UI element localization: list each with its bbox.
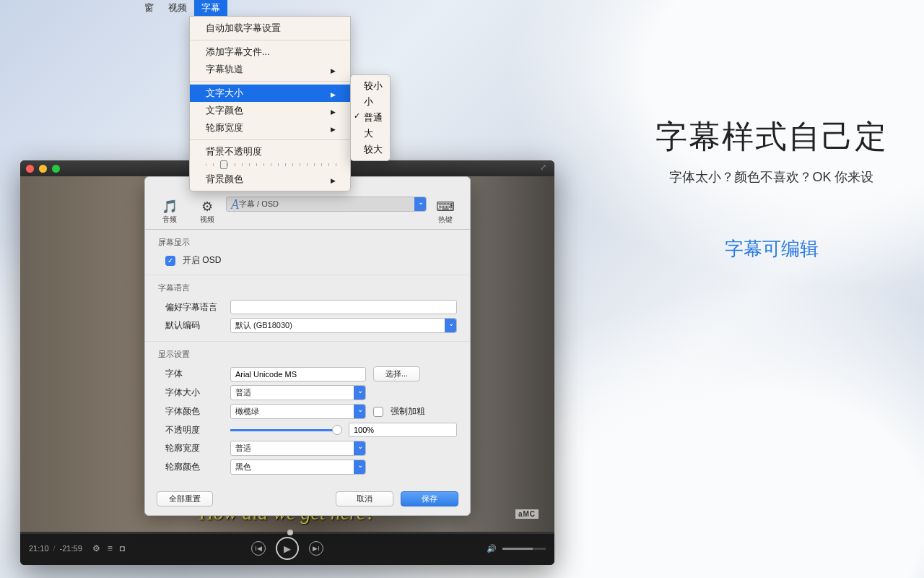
menu-bg-opacity-label: 背景不透明度 [190,143,350,160]
menubar-item-subtitle[interactable]: 字幕 [194,0,227,16]
chevron-right-icon [331,105,336,116]
font-icon: A [231,197,239,212]
tab-hotkey[interactable]: ⌨热键 [427,197,464,226]
pref-lang-label: 偏好字幕语言 [165,301,223,314]
outline-color-label: 轮廓颜色 [165,461,223,473]
reset-button[interactable]: 全部重置 [157,491,213,506]
progress-thumb[interactable] [287,530,293,535]
prev-button[interactable]: I◀ [251,541,266,556]
font-label: 字体 [165,368,223,380]
section-lang: 字幕语言 [145,275,470,296]
outline-width-label: 轮廓宽度 [165,442,223,454]
menu-bg-color[interactable]: 背景颜色 [190,171,350,188]
size-option-m[interactable]: 普通 [351,110,390,126]
size-option-xl[interactable]: 较大 [351,142,390,158]
menu-auto-load[interactable]: 自动加载字幕设置 [190,20,350,37]
volume-icon[interactable]: 🔊 [487,544,497,553]
enable-osd-checkbox[interactable]: ✓ [165,256,175,266]
next-button[interactable]: ▶I [309,541,323,556]
size-option-l[interactable]: 大 [351,126,390,142]
section-screen: 屏幕显示 [145,230,470,251]
chevron-right-icon [331,64,336,75]
font-input[interactable] [230,367,366,381]
volume-slider[interactable] [502,548,546,550]
promo-block: 字幕样式自己定 字体太小？颜色不喜欢？OK 你来设 字幕可编辑 [655,116,888,262]
chevron-right-icon [331,174,336,185]
font-size-select[interactable]: 普适 [230,385,366,400]
snapshot-icon[interactable]: ◘ [120,543,125,553]
video-icon: ⚙ [188,199,226,215]
outline-color-select[interactable]: 黑色 [230,460,366,475]
opacity-label: 不透明度 [165,424,223,436]
subtitle-menu: 自动加载字幕设置 添加字幕文件... 字幕轨道 文字大小 文字颜色 轮廓宽度 背… [189,16,351,191]
font-color-label: 字体颜色 [165,405,223,418]
force-bold-label: 强制加粗 [391,405,425,418]
menu-add-file[interactable]: 添加字幕文件... [190,43,350,61]
time-remaining: -21:59 [60,544,82,553]
gear-icon[interactable]: ⚙ [92,543,100,553]
enable-osd-label: 开启 OSD [183,254,221,267]
cancel-button[interactable]: 取消 [336,491,393,506]
progress-bar[interactable] [20,532,554,534]
choose-font-button[interactable]: 选择... [373,366,420,381]
prefs-toolbar: 🎵音频 ⚙视频 A字幕 / OSD ⌨热键 [145,195,470,230]
menu-bg-opacity-slider[interactable] [190,160,350,171]
menubar-item-video[interactable]: 视频 [161,0,194,16]
section-display: 显示设置 [145,342,470,363]
tab-audio[interactable]: 🎵音频 [151,197,188,226]
player-controls: 21:10 / -21:59 ⚙ ≡ ◘ I◀ ▶ ▶I 🔊 [20,532,554,565]
tab-video[interactable]: ⚙视频 [188,197,226,226]
audio-icon: 🎵 [151,199,188,215]
text-size-submenu: 较小 小 普通 大 较大 [350,74,391,161]
encoding-label: 默认编码 [165,319,223,332]
expand-icon[interactable]: ⤢ [540,163,550,173]
size-option-xs[interactable]: 较小 [351,78,390,94]
list-icon[interactable]: ≡ [108,543,113,553]
opacity-slider[interactable] [230,429,337,431]
font-size-label: 字体大小 [165,387,223,399]
chevron-right-icon [331,88,336,99]
chevron-right-icon [331,123,336,134]
outline-width-select[interactable]: 普适 [230,441,366,456]
play-button[interactable]: ▶ [276,537,299,560]
menubar-prefix[interactable]: 窗 [144,0,161,16]
save-button[interactable]: 保存 [401,491,458,506]
opacity-value[interactable] [349,423,457,437]
menu-track[interactable]: 字幕轨道 [190,61,350,78]
channel-watermark: aMC [515,509,539,519]
promo-sub: 字体太小？颜色不喜欢？OK 你来设 [655,168,888,186]
promo-heading: 字幕样式自己定 [655,116,888,158]
menubar: 窗 视频 字幕 [144,0,227,16]
font-color-select[interactable]: 橄榄绿 [230,404,366,419]
promo-link[interactable]: 字幕可编辑 [655,236,888,262]
menu-text-color[interactable]: 文字颜色 [190,102,350,119]
menu-outline-width[interactable]: 轮廓宽度 [190,119,350,137]
encoding-select[interactable]: 默认 (GB18030) [230,318,457,333]
size-option-s[interactable]: 小 [351,94,390,110]
pref-lang-input[interactable] [230,300,457,314]
preferences-sheet: 参数设置 🎵音频 ⚙视频 A字幕 / OSD ⌨热键 屏幕显示 ✓ 开启 OSD… [144,176,471,516]
time-elapsed: 21:10 [29,544,49,553]
tab-subtitle-osd[interactable]: A字幕 / OSD [226,197,427,212]
menu-text-size[interactable]: 文字大小 [190,85,350,102]
force-bold-checkbox[interactable] [373,407,383,417]
keyboard-icon: ⌨ [427,199,464,215]
